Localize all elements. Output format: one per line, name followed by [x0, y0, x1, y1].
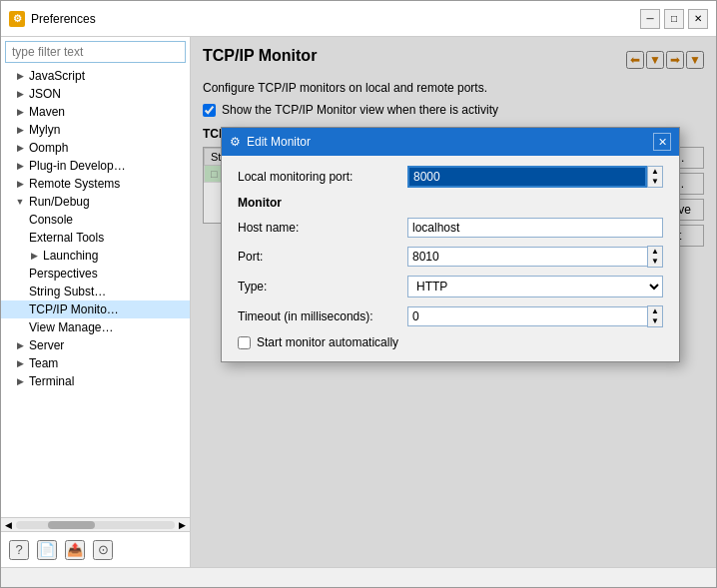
- dialog-body: Local monitoring port: ▲ ▼ Monitor: [222, 156, 679, 361]
- sidebar-item-label: JavaScript: [29, 69, 85, 83]
- sidebar-item-label: Perspectives: [29, 267, 98, 281]
- expand-arrow: ▶: [15, 107, 25, 117]
- auto-start-label: Start monitor automatically: [257, 335, 398, 349]
- host-name-input[interactable]: [407, 218, 663, 238]
- spin-up-btn[interactable]: ▲: [648, 167, 662, 177]
- port-input[interactable]: [407, 247, 647, 267]
- sidebar-item-maven[interactable]: ▶ Maven: [1, 103, 190, 121]
- sidebar: ▶ JavaScript ▶ JSON ▶ Maven ▶ Mylyn ▶: [1, 37, 191, 567]
- sidebar-item-perspectives[interactable]: Perspectives: [1, 265, 190, 283]
- port-row: Port: ▲ ▼: [238, 246, 663, 268]
- scroll-left-btn[interactable]: ◀: [5, 520, 12, 530]
- auto-start-row: Start monitor automatically: [238, 335, 663, 349]
- local-port-input[interactable]: [407, 166, 647, 188]
- content-area: ▶ JavaScript ▶ JSON ▶ Maven ▶ Mylyn ▶: [1, 37, 716, 567]
- expand-arrow: ▶: [15, 161, 25, 171]
- sidebar-item-label: Mylyn: [29, 123, 60, 137]
- dialog-title: Edit Monitor: [247, 135, 311, 149]
- sidebar-item-label: String Subst…: [29, 285, 106, 298]
- sidebar-item-label: Launching: [43, 249, 98, 263]
- timeout-row: Timeout (in milliseconds): ▲ ▼: [238, 305, 663, 327]
- preferences-icon: ⚙: [9, 11, 25, 27]
- sidebar-item-team[interactable]: ▶ Team: [1, 354, 190, 372]
- sidebar-item-label: Terminal: [29, 374, 74, 388]
- dialog-title-left: ⚙ Edit Monitor: [230, 135, 311, 149]
- help-button[interactable]: ?: [9, 540, 29, 560]
- scroll-thumb: [48, 521, 96, 529]
- expand-arrow: ▶: [15, 376, 25, 386]
- sidebar-item-server[interactable]: ▶ Server: [1, 336, 190, 354]
- port-spin: ▲ ▼: [647, 246, 663, 268]
- host-name-row: Host name:: [238, 218, 663, 238]
- sidebar-item-label: Plug-in Develop…: [29, 159, 126, 173]
- minimize-button[interactable]: ─: [640, 9, 660, 29]
- expand-arrow: ▶: [15, 71, 25, 81]
- timeout-label: Timeout (in milliseconds):: [238, 309, 407, 323]
- sidebar-item-remote-systems[interactable]: ▶ Remote Systems: [1, 175, 190, 193]
- sidebar-item-run-debug[interactable]: ▼ Run/Debug: [1, 193, 190, 211]
- close-button[interactable]: ✕: [688, 9, 708, 29]
- timeout-spin: ▲ ▼: [647, 305, 663, 327]
- sidebar-item-console[interactable]: Console: [1, 211, 190, 229]
- spin-up-btn[interactable]: ▲: [648, 306, 662, 316]
- window-title: Preferences: [31, 12, 96, 26]
- expand-arrow: ▶: [15, 179, 25, 189]
- timeout-input[interactable]: [407, 306, 647, 326]
- sidebar-item-json[interactable]: ▶ JSON: [1, 85, 190, 103]
- spin-up-btn[interactable]: ▲: [648, 247, 662, 257]
- host-name-label: Host name:: [238, 221, 407, 235]
- sidebar-item-javascript[interactable]: ▶ JavaScript: [1, 67, 190, 85]
- local-port-row: Local monitoring port: ▲ ▼: [238, 166, 663, 188]
- local-port-input-group: ▲ ▼: [407, 166, 663, 188]
- sidebar-item-label: View Manage…: [29, 320, 114, 334]
- title-bar: ⚙ Preferences ─ □ ✕: [1, 1, 716, 37]
- restore-defaults-button[interactable]: 📄: [37, 540, 57, 560]
- scroll-right-btn[interactable]: ▶: [179, 520, 186, 530]
- type-select[interactable]: HTTP HTTPS: [407, 276, 663, 297]
- sidebar-item-label: Server: [29, 338, 64, 352]
- dialog-title-bar: ⚙ Edit Monitor ✕: [222, 128, 679, 156]
- preferences-window: ⚙ Preferences ─ □ ✕ ▶ JavaScript ▶ JSON: [0, 0, 717, 588]
- sidebar-item-tcpip-monitor[interactable]: TCP/IP Monito…: [1, 300, 190, 318]
- sidebar-item-plugin-dev[interactable]: ▶ Plug-in Develop…: [1, 157, 190, 175]
- apply-button[interactable]: 📤: [65, 540, 85, 560]
- horizontal-scrollbar[interactable]: ◀ ▶: [1, 517, 190, 531]
- settings-button[interactable]: ⊙: [93, 540, 113, 560]
- sidebar-item-label: Console: [29, 213, 73, 227]
- local-port-label: Local monitoring port:: [238, 170, 407, 184]
- port-input-group: ▲ ▼: [407, 246, 663, 268]
- sidebar-item-string-subst[interactable]: String Subst…: [1, 283, 190, 300]
- sidebar-item-label: Maven: [29, 105, 65, 119]
- spin-down-btn[interactable]: ▼: [648, 316, 662, 326]
- expand-arrow: ▶: [15, 358, 25, 368]
- auto-start-checkbox[interactable]: [238, 336, 251, 349]
- edit-monitor-dialog: ⚙ Edit Monitor ✕ Local monitoring port:: [221, 127, 680, 362]
- title-bar-left: ⚙ Preferences: [9, 11, 96, 27]
- sidebar-item-label: Team: [29, 356, 58, 370]
- port-label: Port:: [238, 250, 407, 264]
- sidebar-item-terminal[interactable]: ▶ Terminal: [1, 372, 190, 390]
- sidebar-item-view-manager[interactable]: View Manage…: [1, 318, 190, 336]
- main-panel: TCP/IP Monitor ⬅ ▼ ➡ ▼ Configure TCP/IP …: [191, 37, 716, 567]
- expand-arrow: ▶: [15, 89, 25, 99]
- sidebar-item-oomph[interactable]: ▶ Oomph: [1, 139, 190, 157]
- local-port-spin: ▲ ▼: [647, 166, 663, 188]
- title-bar-controls: ─ □ ✕: [640, 9, 708, 29]
- maximize-button[interactable]: □: [664, 9, 684, 29]
- scroll-track[interactable]: [16, 521, 175, 529]
- dialog-icon: ⚙: [230, 135, 241, 149]
- spin-down-btn[interactable]: ▼: [648, 257, 662, 267]
- spin-down-btn[interactable]: ▼: [648, 177, 662, 187]
- sidebar-item-label: Remote Systems: [29, 177, 120, 191]
- sidebar-item-label: TCP/IP Monito…: [29, 302, 119, 316]
- filter-input[interactable]: [5, 41, 186, 63]
- sidebar-item-label: Run/Debug: [29, 195, 90, 209]
- dialog-close-button[interactable]: ✕: [653, 133, 671, 151]
- sidebar-item-launching[interactable]: ▶ Launching: [1, 247, 190, 265]
- expand-arrow: ▶: [15, 143, 25, 153]
- sidebar-item-external-tools[interactable]: External Tools: [1, 229, 190, 247]
- tree-view: ▶ JavaScript ▶ JSON ▶ Maven ▶ Mylyn ▶: [1, 67, 190, 517]
- sidebar-item-mylyn[interactable]: ▶ Mylyn: [1, 121, 190, 139]
- monitor-section-label: Monitor: [238, 196, 663, 210]
- type-row: Type: HTTP HTTPS: [238, 276, 663, 297]
